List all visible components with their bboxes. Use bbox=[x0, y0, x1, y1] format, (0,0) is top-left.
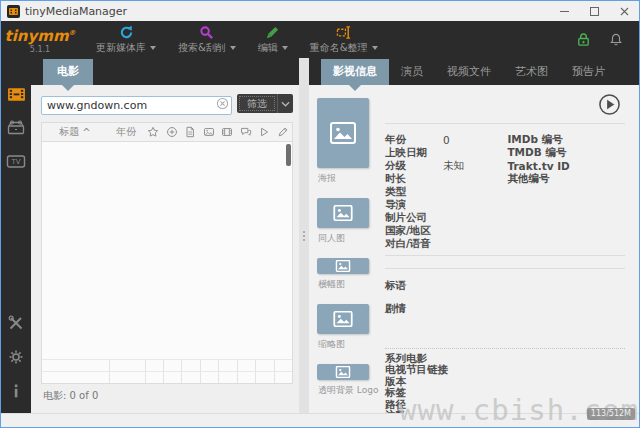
tab-media-files[interactable]: 视频文件 bbox=[435, 59, 503, 85]
field-value: 0 bbox=[443, 134, 450, 146]
column-header-video-icon[interactable] bbox=[218, 123, 237, 141]
tab-artwork[interactable]: 艺术图 bbox=[503, 59, 560, 85]
field-label: TMDB 编号 bbox=[507, 146, 581, 160]
app-logo: tinymm® 5.1.1 bbox=[9, 26, 71, 54]
thumb-label: 缩略图 bbox=[318, 338, 373, 351]
thumb-placeholder[interactable] bbox=[317, 304, 369, 334]
chevron-down-icon bbox=[372, 46, 378, 50]
field-label: 年份 bbox=[385, 133, 443, 147]
chevron-down-icon bbox=[150, 46, 156, 50]
movies-table: 标题^ 年份 bbox=[41, 122, 293, 384]
field-label: IMDb 编号 bbox=[507, 133, 581, 147]
sidebar-item-tv-shows[interactable]: TV bbox=[4, 150, 28, 174]
info-icon[interactable] bbox=[4, 379, 28, 403]
movie-count-status: 电影: 0 of 0 bbox=[41, 384, 293, 403]
sidebar: TV bbox=[1, 58, 31, 413]
menu-edit[interactable]: 编辑 bbox=[258, 25, 288, 55]
edit-pencil-icon bbox=[265, 25, 280, 40]
column-header-year[interactable]: 年份 bbox=[108, 123, 144, 141]
table-scrollbar-thumb[interactable] bbox=[286, 144, 291, 166]
details-panel: 影视信息 演员 视频文件 艺术图 预告片 海报 同人图 bbox=[309, 58, 639, 413]
field-value: 未知 bbox=[443, 159, 464, 173]
statusbar bbox=[1, 413, 639, 428]
sidebar-item-movies[interactable] bbox=[4, 82, 28, 106]
app-icon bbox=[7, 5, 20, 18]
note-label: 注释 bbox=[385, 409, 406, 413]
search-input[interactable] bbox=[41, 96, 232, 115]
column-header-nfo-icon[interactable] bbox=[181, 123, 200, 141]
menu-update-library[interactable]: 更新媒体库 bbox=[96, 25, 156, 55]
sort-ascending-indicator: ^ bbox=[82, 127, 90, 138]
search-icon bbox=[199, 25, 214, 40]
filter-split-button: 筛选 bbox=[237, 94, 293, 113]
titlebar: tinyMediaManager bbox=[1, 1, 639, 21]
fanart-placeholder[interactable] bbox=[317, 198, 369, 228]
details-tabstrip: 影视信息 演员 视频文件 艺术图 预告片 bbox=[309, 58, 639, 85]
divider bbox=[385, 123, 625, 124]
clearlogo-placeholder[interactable] bbox=[317, 364, 369, 380]
app-window: tinyMediaManager tinymm® 5.1.1 更新媒体库 搜索&… bbox=[0, 0, 640, 428]
menu-rename-organize[interactable]: 重命名&整理 bbox=[310, 25, 378, 55]
column-header-images-icon[interactable] bbox=[200, 123, 219, 141]
banner-label: 横幅图 bbox=[318, 278, 373, 291]
poster-placeholder[interactable] bbox=[317, 98, 369, 168]
chevron-down-icon bbox=[282, 46, 288, 50]
clearlogo-label: 透明背景 Logo bbox=[318, 384, 373, 397]
app-version: 5.1.1 bbox=[30, 45, 50, 54]
dotted-divider bbox=[385, 348, 625, 349]
artwork-column: 海报 同人图 横幅图 缩略图 透明背景 bbox=[317, 93, 373, 413]
filter-button[interactable]: 筛选 bbox=[239, 96, 275, 111]
field-label: 类型 bbox=[385, 185, 443, 199]
bell-icon[interactable] bbox=[609, 32, 623, 47]
minimize-button[interactable] bbox=[549, 1, 579, 21]
window-title: tinyMediaManager bbox=[25, 5, 127, 18]
divider bbox=[385, 255, 625, 256]
column-header-watched-icon[interactable] bbox=[163, 123, 182, 141]
toolbar: tinymm® 5.1.1 更新媒体库 搜索&刮削 编辑 重命名&整理 bbox=[1, 21, 639, 58]
divider bbox=[385, 268, 625, 269]
column-header-edit-pen-icon[interactable] bbox=[274, 123, 293, 141]
banner-placeholder[interactable] bbox=[317, 258, 369, 274]
maximize-button[interactable] bbox=[579, 1, 609, 21]
tools-icon[interactable] bbox=[4, 311, 28, 335]
field-label: 制片公司 bbox=[385, 211, 443, 225]
filter-dropdown-arrow[interactable] bbox=[277, 94, 293, 113]
panel-splitter[interactable] bbox=[299, 58, 309, 413]
refresh-icon bbox=[119, 25, 134, 40]
menu-search-scrape[interactable]: 搜索&刮削 bbox=[178, 25, 236, 55]
close-button[interactable] bbox=[609, 1, 639, 21]
memory-usage-badge: 113/512M bbox=[587, 408, 635, 420]
svg-text:TV: TV bbox=[10, 158, 20, 166]
field-label: 上映日期 bbox=[385, 146, 443, 160]
tab-movies[interactable]: 电影 bbox=[43, 59, 93, 85]
tab-media-information[interactable]: 影视信息 bbox=[321, 59, 389, 85]
tab-cast[interactable]: 演员 bbox=[389, 59, 435, 85]
field-label: 分级 bbox=[385, 159, 443, 173]
media-information: 年份0 上映日期 分级未知 时长 类型 导演 制片公司 国家/地区 对白/语音 … bbox=[383, 93, 629, 413]
poster-label: 海报 bbox=[318, 172, 373, 185]
field-label: 其他编号 bbox=[507, 172, 581, 186]
fanart-label: 同人图 bbox=[318, 232, 373, 245]
plot-label: 剧情 bbox=[385, 302, 625, 316]
column-header-trailer-icon[interactable] bbox=[255, 123, 274, 141]
splitter-grip-icon bbox=[303, 231, 305, 241]
rename-icon bbox=[336, 25, 352, 40]
column-header-rating-star-icon[interactable] bbox=[144, 123, 163, 141]
chevron-down-icon bbox=[230, 46, 236, 50]
settings-gear-icon[interactable] bbox=[4, 345, 28, 369]
lock-icon[interactable] bbox=[576, 32, 591, 47]
column-header-title[interactable]: 标题^ bbox=[42, 123, 108, 141]
clear-search-icon[interactable] bbox=[216, 97, 229, 110]
field-label: 国家/地区 bbox=[385, 224, 443, 238]
tagline-label: 标语 bbox=[385, 279, 625, 293]
column-header-subtitles-icon[interactable] bbox=[237, 123, 256, 141]
tab-trailer[interactable]: 预告片 bbox=[560, 59, 617, 85]
field-label: 导演 bbox=[385, 198, 443, 212]
movies-tabstrip: 电影 bbox=[31, 58, 299, 85]
play-button[interactable] bbox=[598, 93, 621, 116]
field-label: 对白/语音 bbox=[385, 237, 443, 251]
movies-panel: 电影 筛选 bbox=[31, 58, 299, 413]
sidebar-item-movie-sets[interactable] bbox=[4, 116, 28, 140]
table-empty-grid bbox=[42, 359, 292, 383]
field-label: Trakt.tv ID bbox=[507, 160, 581, 172]
